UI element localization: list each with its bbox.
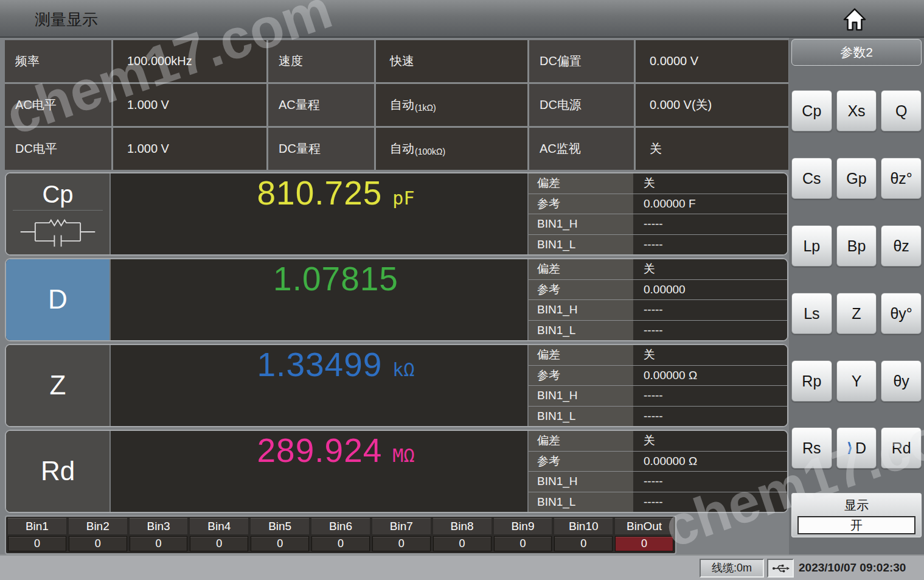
measurement-panel-d: 偏差关 参考0.00000 BIN1_H----- BIN1_L----- bbox=[527, 259, 787, 340]
button-row-5: Rp Y θy bbox=[791, 360, 922, 402]
measurement-value-d: 1.07815 bbox=[111, 259, 527, 340]
param-button-ls[interactable]: Ls bbox=[791, 293, 832, 334]
bin1-l-label: BIN1_L bbox=[529, 321, 633, 341]
param-button-gp[interactable]: Gp bbox=[836, 158, 877, 199]
param-button-thetay[interactable]: θy bbox=[881, 360, 922, 402]
param-label-frequency: 频率 bbox=[5, 40, 111, 82]
deviation-label: 偏差 bbox=[529, 431, 633, 451]
button-row-2: Cs Gp θz° bbox=[791, 158, 922, 199]
bin1-l-value: ----- bbox=[633, 235, 787, 255]
bin1-h-label: BIN1_H bbox=[529, 214, 633, 234]
measurement-panel-rd: 偏差关 参考0.00000 Ω BIN1_H----- BIN1_L----- bbox=[527, 431, 787, 512]
bin-cell-5: Bin50 bbox=[251, 518, 309, 552]
param-button-q[interactable]: Q bbox=[881, 90, 922, 131]
deviation-label: 偏差 bbox=[529, 259, 633, 279]
cable-length-indicator: 线缆:0m bbox=[700, 559, 764, 578]
parallel-rc-circuit-icon bbox=[15, 216, 100, 248]
usb-indicator bbox=[767, 559, 794, 578]
param-button-z[interactable]: Z bbox=[836, 293, 877, 334]
bin-cell-10: Bin100 bbox=[554, 518, 613, 552]
parameter-sidebar: 参数2 Cp Xs Q Cs Gp θz° Lp Bp θz Ls Z θy° … bbox=[789, 38, 924, 554]
datetime-display: 2023/10/07 09:02:30 bbox=[799, 561, 919, 575]
deviation-value: 关 bbox=[633, 431, 787, 451]
bin1-h-value: ----- bbox=[633, 300, 787, 320]
bin-cell-out: BinOut0 bbox=[615, 518, 673, 552]
bin-counter-strip: Bin10 Bin20 Bin30 Bin40 Bin50 Bin60 Bin7… bbox=[5, 515, 676, 554]
param-button-thetay-deg[interactable]: θy° bbox=[881, 293, 922, 334]
deviation-label: 偏差 bbox=[529, 173, 633, 194]
param-value-dc-range[interactable]: 自动(100kΩ) bbox=[376, 128, 527, 170]
reference-label: 参考 bbox=[529, 280, 633, 300]
measurement-param-cell-rd[interactable]: Rd bbox=[6, 431, 111, 512]
bin1-l-value: ----- bbox=[633, 492, 787, 512]
button-row-4: Ls Z θy° bbox=[791, 293, 922, 334]
deviation-value: 关 bbox=[633, 345, 787, 365]
reference-value: 0.00000 bbox=[633, 280, 787, 300]
param-value-dc-bias[interactable]: 0.0000 V bbox=[636, 40, 788, 82]
bin1-h-label: BIN1_H bbox=[529, 386, 633, 406]
param-value-speed[interactable]: 快速 bbox=[376, 40, 527, 82]
bin-cell-3: Bin30 bbox=[130, 518, 188, 552]
measurement-param-cell-d[interactable]: D bbox=[6, 259, 111, 340]
param-value-ac-range[interactable]: 自动(1kΩ) bbox=[376, 84, 527, 126]
param-button-xs[interactable]: Xs bbox=[836, 90, 877, 131]
param-label-dc-level: DC电平 bbox=[5, 128, 111, 170]
param-label-ac-level: AC电平 bbox=[5, 84, 111, 126]
bin1-l-label: BIN1_L bbox=[529, 492, 633, 512]
binout-count: 0 bbox=[615, 536, 673, 551]
measurement-value-z: 1.33499 kΩ bbox=[111, 345, 527, 426]
deviation-label: 偏差 bbox=[529, 345, 633, 365]
param-value-ac-level[interactable]: 1.000 V bbox=[113, 84, 266, 126]
param-button-bp[interactable]: Bp bbox=[836, 225, 877, 267]
param-value-frequency[interactable]: 100.000kHz bbox=[113, 40, 266, 82]
param-button-rp[interactable]: Rp bbox=[791, 360, 832, 402]
bin-cell-6: Bin60 bbox=[311, 518, 370, 552]
home-button[interactable] bbox=[843, 7, 866, 32]
usb-icon bbox=[771, 564, 790, 573]
display-label: 显示 bbox=[792, 494, 921, 514]
bin-cell-1: Bin10 bbox=[8, 518, 66, 552]
measurement-param-cell-z[interactable]: Z bbox=[6, 345, 111, 426]
param-button-d[interactable]: ⟩ D bbox=[836, 427, 877, 469]
divider bbox=[13, 210, 103, 211]
bin1-l-value: ----- bbox=[633, 321, 787, 341]
param-button-cp[interactable]: Cp bbox=[791, 90, 832, 131]
measurement-value-cp: 810.725 pF bbox=[111, 173, 527, 254]
settings-grid: 频率 100.000kHz 速度 快速 DC偏置 0.0000 V AC电平 1… bbox=[5, 40, 788, 170]
bin-cell-7: Bin70 bbox=[372, 518, 431, 552]
home-icon bbox=[843, 7, 866, 32]
param-button-cs[interactable]: Cs bbox=[791, 158, 832, 199]
reference-label: 参考 bbox=[529, 366, 633, 386]
param-button-thetaz[interactable]: θz bbox=[881, 225, 922, 267]
bin-cell-8: Bin80 bbox=[433, 518, 492, 552]
bin-cell-4: Bin40 bbox=[190, 518, 248, 552]
bin1-l-label: BIN1_L bbox=[529, 235, 633, 255]
button-row-6: Rs ⟩ D Rd bbox=[791, 427, 922, 469]
display-on-button[interactable]: 开 bbox=[797, 516, 915, 534]
measurement-value-rd: 289.924 MΩ bbox=[111, 431, 527, 512]
param-value-ac-monitor[interactable]: 关 bbox=[636, 128, 788, 170]
param-button-rs[interactable]: Rs bbox=[791, 427, 832, 469]
measurement-panel-cp: 偏差关 参考0.00000 F BIN1_H----- BIN1_L----- bbox=[527, 173, 787, 254]
measurement-row-d: D 1.07815 偏差关 参考0.00000 BIN1_H----- BIN1… bbox=[5, 258, 788, 341]
reference-value: 0.00000 F bbox=[633, 194, 787, 214]
param-label-dc-range: DC量程 bbox=[268, 128, 374, 170]
param-button-thetaz-deg[interactable]: θz° bbox=[881, 158, 922, 199]
param-button-y[interactable]: Y bbox=[836, 360, 877, 402]
bin1-h-label: BIN1_H bbox=[529, 472, 633, 492]
param-value-dc-source[interactable]: 0.000 V(关) bbox=[636, 84, 788, 126]
param-label-dc-bias: DC偏置 bbox=[529, 40, 634, 82]
bin-cell-9: Bin90 bbox=[494, 518, 552, 552]
bin1-h-label: BIN1_H bbox=[529, 300, 633, 320]
status-bar: 线缆:0m 2023/10/07 09:02:30 bbox=[0, 554, 924, 580]
deviation-value: 关 bbox=[633, 259, 787, 279]
display-toggle-block: 显示 开 bbox=[791, 493, 922, 537]
page-title: 测量显示 bbox=[35, 9, 98, 30]
param-button-rd[interactable]: Rd bbox=[881, 427, 922, 469]
button-row-3: Lp Bp θz bbox=[791, 225, 922, 267]
param-button-lp[interactable]: Lp bbox=[791, 225, 832, 267]
bin1-h-value: ----- bbox=[633, 386, 787, 406]
bin1-h-value: ----- bbox=[633, 214, 787, 234]
measurement-param-cell-cp[interactable]: Cp bbox=[6, 173, 111, 254]
param-value-dc-level[interactable]: 1.000 V bbox=[113, 128, 266, 170]
